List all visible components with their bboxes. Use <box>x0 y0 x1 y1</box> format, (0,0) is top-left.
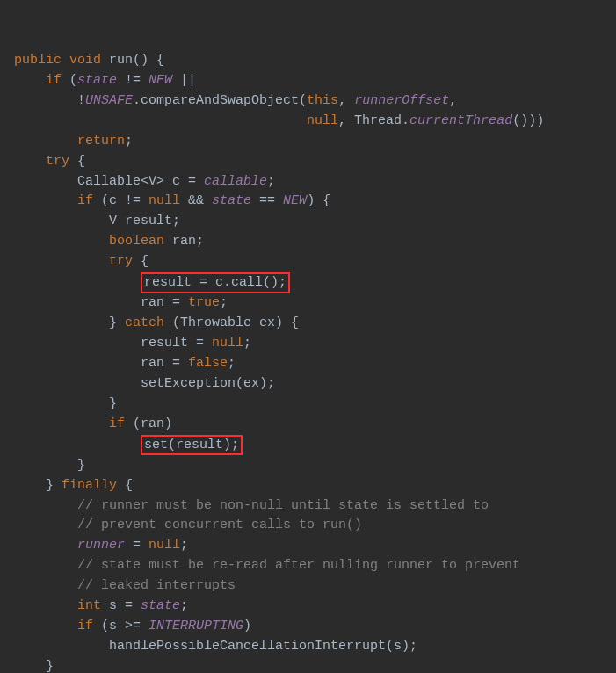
kw-true: true <box>188 295 220 310</box>
sc: ; <box>180 538 188 553</box>
cond: (ran) <box>125 416 172 431</box>
field-state: state <box>212 193 251 208</box>
args: (ex) <box>236 376 267 391</box>
assign-s: s = <box>101 598 141 613</box>
brace: } <box>109 315 117 330</box>
args: (s) <box>386 639 409 654</box>
call-ct: currentThread <box>409 113 512 128</box>
paren: () <box>133 53 149 68</box>
sc: ; <box>228 356 236 371</box>
call-setexception: setException <box>141 376 236 391</box>
brace: { <box>69 154 85 169</box>
brace: { <box>125 478 133 493</box>
field-state: state <box>141 598 180 613</box>
paren: ( <box>62 73 77 88</box>
op-eq: == <box>251 193 283 208</box>
call-hpci: handlePossibleCancellationInterrupt <box>109 639 386 654</box>
brace: } <box>109 396 117 411</box>
brace: { <box>133 254 149 269</box>
assign-result: result = <box>141 336 212 351</box>
sc: ; <box>267 376 275 391</box>
brace: { <box>149 53 164 68</box>
code-block: public void run() { if (state != NEW || … <box>14 51 602 673</box>
kw-if: if <box>46 73 62 88</box>
kw-finally: finally <box>54 478 125 493</box>
kw-catch: catch <box>117 315 172 330</box>
class-thread: Thread. <box>354 113 409 128</box>
const-new: NEW <box>149 73 172 88</box>
kw-public: public <box>14 53 62 68</box>
kw-void: void <box>69 53 101 68</box>
method-run: run <box>109 53 133 68</box>
assign-result: result = c. <box>144 275 231 290</box>
kw-this: this <box>307 93 338 108</box>
kw-return: return <box>77 134 125 148</box>
sc: ; <box>267 174 275 189</box>
comment: // prevent concurrent calls to run() <box>77 517 362 532</box>
kw-null: null <box>212 336 243 351</box>
op-eq: = <box>125 538 149 553</box>
sc: ; <box>180 598 188 613</box>
field-unsafe: UNSAFE <box>85 93 133 108</box>
field-callable: callable <box>204 174 267 189</box>
assign-ran: ran = <box>141 356 188 371</box>
op-bang: ! <box>77 93 85 108</box>
op-ne: != <box>117 73 149 88</box>
assign: c = <box>164 174 204 189</box>
comment: // leaked interrupts <box>77 578 236 593</box>
args: (result) <box>168 438 231 452</box>
call-call: call <box>231 275 263 290</box>
field-runner: runner <box>77 538 125 553</box>
call-cas: compareAndSwapObject <box>141 93 299 108</box>
const-interrupting: INTERRUPTING <box>149 619 243 633</box>
highlight-box-2: set(result); <box>141 435 243 456</box>
sc: ; <box>125 134 133 148</box>
kw-if: if <box>77 193 93 208</box>
type-v: V <box>109 213 117 228</box>
kw-if: if <box>77 619 93 633</box>
paren: ) <box>243 619 251 633</box>
kw-null: null <box>307 113 338 128</box>
field-state: state <box>77 73 117 88</box>
call-set: set <box>144 438 168 452</box>
kw-try: try <box>46 154 69 169</box>
kw-boolean: boolean <box>109 234 164 249</box>
const-new: NEW <box>283 193 307 208</box>
gt: > <box>156 174 164 189</box>
sc: ; <box>243 336 251 351</box>
kw-false: false <box>188 356 228 371</box>
sc: ; <box>231 438 239 452</box>
brace: } <box>46 659 54 673</box>
kw-null: null <box>149 193 180 208</box>
brace: } <box>46 478 54 493</box>
comma: , <box>338 93 354 108</box>
comma: , <box>449 93 457 108</box>
comma: , <box>338 113 354 128</box>
catch-param: (Throwable ex) { <box>172 315 299 330</box>
type-callable: Callable <box>77 174 141 189</box>
op-or: || <box>172 73 196 88</box>
sc: ; <box>220 295 228 310</box>
type-v: V <box>149 174 156 189</box>
cond: (s >= <box>93 619 149 633</box>
dot: . <box>133 93 141 108</box>
kw-null: null <box>149 538 180 553</box>
assign-ran: ran = <box>141 295 188 310</box>
op-and: && <box>180 193 212 208</box>
sc: ; <box>409 639 417 654</box>
kw-try: try <box>109 254 133 269</box>
highlight-box-1: result = c.call(); <box>141 272 290 293</box>
paren: ())) <box>512 113 544 128</box>
expr: (c != <box>93 193 149 208</box>
paren: ( <box>299 93 307 108</box>
comment: // runner must be non-null until state i… <box>77 498 489 513</box>
field-ro: runnerOffset <box>354 93 449 108</box>
decl-ran: ran; <box>164 234 204 249</box>
decl-result: result; <box>117 213 180 228</box>
brace: ) { <box>307 193 330 208</box>
kw-if: if <box>109 416 125 431</box>
kw-int: int <box>77 598 101 613</box>
brace: } <box>77 458 85 473</box>
comment: // state must be re-read after nulling r… <box>77 558 520 573</box>
paren: (); <box>263 275 286 290</box>
